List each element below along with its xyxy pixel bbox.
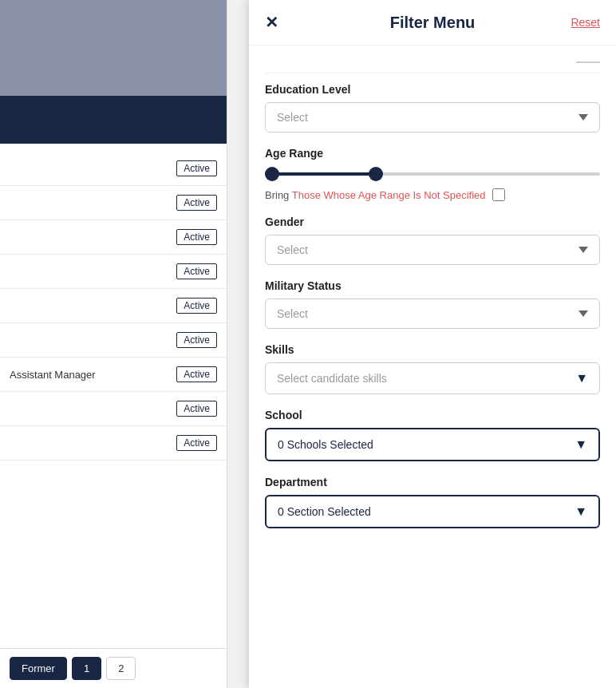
department-label: Department [265, 476, 600, 488]
pagination-bar: Former 1 2 [0, 648, 227, 688]
row-job-title: Assistant Manager [10, 369, 96, 381]
chevron-down-icon: ▼ [575, 371, 588, 386]
education-level-select[interactable]: Select [265, 102, 600, 132]
filter-title: Filter Menu [390, 14, 476, 32]
status-badge: Active [176, 366, 217, 382]
filter-body: Education Level Select Age Range Bring T… [249, 45, 616, 556]
military-status-select[interactable]: Select [265, 299, 600, 329]
reset-button[interactable]: Reset [571, 16, 600, 29]
top-gray-area [0, 0, 227, 96]
status-badge: Active [176, 229, 217, 245]
status-badge: Active [176, 263, 217, 279]
table-row: Active [0, 289, 227, 323]
skills-placeholder: Select candidate skills [277, 372, 387, 385]
education-level-section: Education Level Select [265, 83, 600, 132]
age-checkbox-label: Bring Those Whose Age Range Is Not Speci… [265, 189, 486, 201]
page-2-button[interactable]: 2 [106, 657, 136, 680]
chevron-down-icon: ▼ [575, 437, 587, 452]
school-value: 0 Schools Selected [278, 438, 373, 451]
table-row: Active [0, 323, 227, 358]
filter-panel: ✕ Filter Menu Reset Education Level Sele… [249, 0, 616, 688]
military-status-section: Military Status Select [265, 279, 600, 329]
table-row: Active [0, 186, 227, 220]
table-row: Active [0, 392, 227, 426]
age-range-label: Age Range [265, 147, 600, 160]
table-row: Active [0, 255, 227, 289]
range-thumb-right[interactable] [369, 167, 383, 181]
left-panel: Active Active Active Active Active Activ… [0, 0, 227, 688]
gender-section: Gender Select [265, 215, 600, 265]
education-level-label: Education Level [265, 83, 600, 96]
skills-dropdown[interactable]: Select candidate skills ▼ [265, 362, 600, 394]
status-badge: Active [176, 401, 217, 417]
age-range-slider[interactable] [265, 166, 600, 182]
school-dropdown[interactable]: 0 Schools Selected ▼ [265, 428, 600, 461]
age-not-specified-checkbox[interactable] [492, 188, 505, 201]
table-row: Active [0, 152, 227, 186]
age-range-section: Age Range Bring Those Whose Age Range Is… [265, 147, 600, 201]
table-row: Assistant Manager Active [0, 358, 227, 392]
skills-label: Skills [265, 343, 600, 356]
status-badge: Active [176, 435, 217, 451]
status-badge: Active [176, 160, 217, 176]
scroll-hint [265, 58, 600, 73]
school-section: School 0 Schools Selected ▼ [265, 409, 600, 461]
table-row: Active [0, 220, 227, 255]
range-track-fill [265, 172, 376, 176]
department-dropdown[interactable]: 0 Section Selected ▼ [265, 495, 600, 528]
candidate-rows: Active Active Active Active Active Activ… [0, 144, 227, 461]
gender-label: Gender [265, 215, 600, 228]
school-label: School [265, 409, 600, 421]
scroll-hint-line [576, 61, 600, 63]
status-badge: Active [176, 298, 217, 314]
close-button[interactable]: ✕ [265, 13, 278, 32]
range-thumb-left[interactable] [265, 167, 279, 181]
department-value: 0 Section Selected [278, 505, 371, 518]
age-checkbox-row: Bring Those Whose Age Range Is Not Speci… [265, 188, 600, 201]
page-1-button[interactable]: 1 [72, 657, 101, 680]
status-badge: Active [176, 332, 217, 348]
former-button[interactable]: Former [10, 657, 67, 680]
filter-header: ✕ Filter Menu Reset [249, 0, 616, 45]
department-section: Department 0 Section Selected ▼ [265, 476, 600, 528]
dark-nav-bar [0, 96, 227, 144]
status-badge: Active [176, 195, 217, 211]
chevron-down-icon: ▼ [575, 504, 587, 519]
military-status-label: Military Status [265, 279, 600, 292]
table-row: Active [0, 426, 227, 461]
gender-select[interactable]: Select [265, 235, 600, 265]
skills-section: Skills Select candidate skills ▼ [265, 343, 600, 394]
